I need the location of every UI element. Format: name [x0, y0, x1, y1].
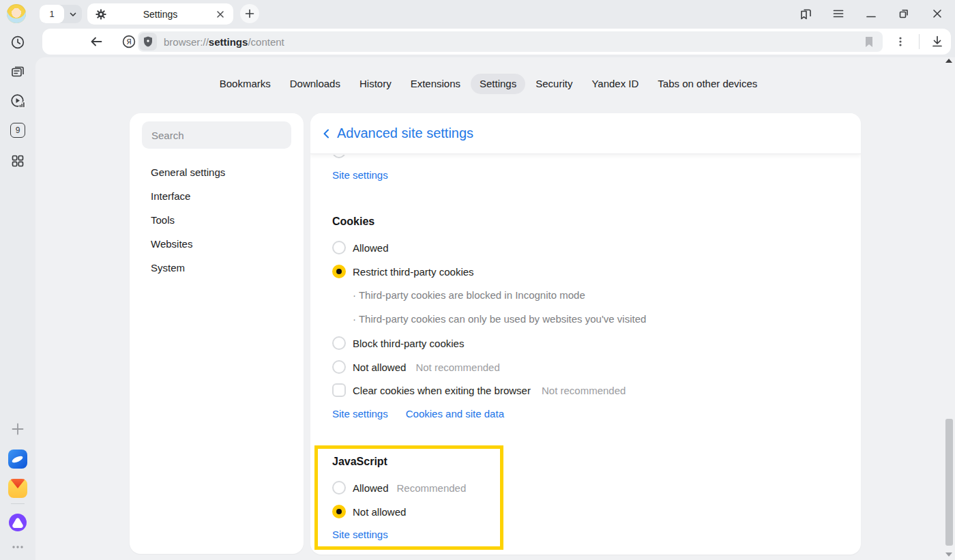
sidebar-item-websites[interactable]: Websites [151, 237, 192, 252]
history-icon[interactable] [8, 33, 27, 52]
panel-body: Site settings Cookies Allowed Restrict t… [310, 155, 861, 555]
rail-divider [11, 503, 25, 504]
tab-groups-badge[interactable]: 9 [8, 121, 27, 140]
cookies-and-site-data-link[interactable]: Cookies and site data [406, 408, 504, 419]
back-chevron-icon[interactable] [321, 128, 333, 140]
nav-item-extensions[interactable]: Extensions [402, 74, 469, 94]
radio-icon[interactable] [332, 336, 346, 350]
cookies-option-not-allowed[interactable]: Not allowed Not recommended [332, 359, 500, 375]
browser-tab[interactable]: Settings [87, 3, 233, 25]
cookies-option-restrict[interactable]: Restrict third-party cookies [332, 263, 474, 280]
checkbox-icon[interactable] [332, 383, 346, 397]
javascript-section-title: JavaScript [332, 456, 387, 468]
not-recommended-hint: Not recommended [415, 362, 499, 373]
alice-assistant-icon[interactable] [8, 513, 27, 532]
svg-text:Я: Я [126, 38, 132, 46]
cookies-section-title: Cookies [332, 216, 374, 228]
sidebar-item-general[interactable]: General settings [151, 165, 225, 180]
radio-icon[interactable] [332, 360, 346, 374]
nav-item-tabs-other-devices[interactable]: Tabs on other devices [649, 74, 766, 94]
add-panel-icon[interactable] [8, 419, 27, 439]
sidebar-item-system[interactable]: System [151, 261, 185, 276]
kebab-menu-icon[interactable] [892, 33, 909, 50]
radio-icon[interactable] [332, 241, 346, 254]
new-tab-button[interactable] [240, 4, 259, 23]
scrollbar-thumb[interactable] [945, 419, 953, 546]
toolbar-divider [919, 34, 920, 49]
cookies-note-visited: Third-party cookies can only be used by … [353, 312, 646, 326]
nav-item-history[interactable]: History [351, 74, 400, 94]
nav-item-settings[interactable]: Settings [471, 74, 525, 94]
not-recommended-hint: Not recommended [542, 385, 626, 396]
nav-item-downloads[interactable]: Downloads [281, 74, 349, 94]
browser-app-icon[interactable] [8, 450, 27, 469]
gear-icon [96, 9, 106, 20]
profile-avatar[interactable] [7, 4, 26, 23]
left-rail: 9 [0, 27, 35, 560]
sidebar-item-tools[interactable]: Tools [151, 213, 175, 228]
cookies-option-allowed[interactable]: Allowed [332, 239, 389, 256]
minimize-icon[interactable] [863, 5, 879, 22]
javascript-option-allowed[interactable]: Allowed Recommended [332, 480, 466, 496]
feed-icon[interactable] [8, 62, 27, 81]
scrollbar-up-arrow[interactable] [945, 59, 952, 63]
scrollbar-down-arrow[interactable] [945, 552, 952, 557]
javascript-site-settings-link[interactable]: Site settings [332, 529, 388, 540]
recommended-hint: Recommended [397, 482, 467, 494]
cookies-option-block-third-party[interactable]: Block third-party cookies [332, 335, 464, 351]
apps-grid-icon[interactable] [8, 151, 27, 171]
radio-selected-icon[interactable] [332, 505, 346, 518]
tab-groups-count: 9 [10, 123, 25, 138]
nav-item-yandex-id[interactable]: Yandex ID [583, 74, 647, 94]
address-bar[interactable]: browser://settings/content [138, 31, 883, 52]
javascript-highlight-box: JavaScript Allowed Recommended Not allow… [314, 445, 503, 550]
panel-header[interactable]: Advanced site settings [310, 113, 861, 154]
media-icon[interactable] [8, 91, 27, 110]
tab-counter[interactable]: 1 [40, 5, 82, 23]
url-text: browser://settings/content [164, 36, 284, 48]
restore-window-icon[interactable] [896, 5, 912, 22]
tab-close-icon[interactable] [214, 8, 226, 20]
advanced-site-settings-panel: Advanced site settings Site settings Coo… [310, 113, 861, 555]
back-icon[interactable] [88, 33, 104, 50]
cookies-links: Site settings Cookies and site data [332, 408, 504, 419]
javascript-option-not-allowed[interactable]: Not allowed [332, 503, 406, 520]
bookmark-flag-icon[interactable] [864, 36, 874, 48]
nav-item-security[interactable]: Security [527, 74, 581, 94]
settings-page: Bookmarks Downloads History Extensions S… [35, 57, 955, 560]
radio-icon[interactable] [332, 481, 346, 495]
nav-item-bookmarks[interactable]: Bookmarks [211, 74, 280, 94]
site-settings-link-top[interactable]: Site settings [332, 169, 388, 181]
more-options-icon[interactable] [8, 537, 27, 557]
tab-count[interactable]: 1 [40, 5, 64, 23]
yandex-search-icon[interactable]: Я [121, 33, 137, 50]
tab-title: Settings [106, 9, 214, 20]
settings-nav: Bookmarks Downloads History Extensions S… [35, 74, 941, 94]
toolbar: Я browser://settings/content [42, 29, 951, 55]
search-input[interactable] [142, 121, 291, 149]
side-panels-icon[interactable] [797, 5, 814, 22]
radio-selected-icon[interactable] [332, 265, 346, 278]
close-window-icon[interactable] [929, 5, 945, 22]
protect-shield-icon[interactable] [139, 33, 157, 50]
site-settings-link[interactable]: Site settings [332, 408, 388, 419]
download-icon[interactable] [929, 33, 945, 50]
mail-app-icon[interactable] [8, 479, 27, 498]
cookies-clear-on-exit-checkbox-row[interactable]: Clear cookies when exiting the browser N… [332, 382, 626, 398]
clipped-radio[interactable] [332, 155, 346, 158]
menu-icon[interactable] [830, 5, 847, 22]
sidebar-item-interface[interactable]: Interface [151, 189, 190, 204]
cookies-note-incognito: Third-party cookies are blocked in Incog… [353, 289, 585, 302]
page-title: Advanced site settings [337, 126, 473, 141]
settings-sidebar: General settings Interface Tools Website… [130, 113, 304, 554]
